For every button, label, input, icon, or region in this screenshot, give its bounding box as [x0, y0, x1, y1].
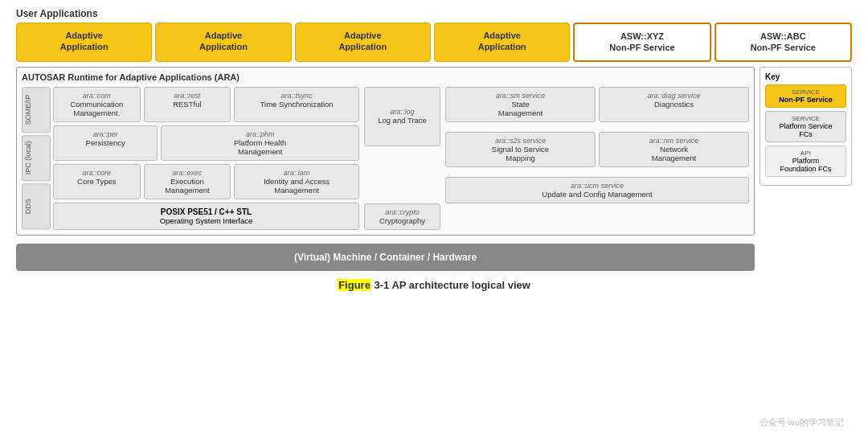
key-title: Key [765, 72, 846, 81]
main-container: User Applications AdaptiveApplication Ad… [16, 8, 852, 291]
caption-rest: 3-1 AP architecture logical view [371, 279, 530, 291]
full-ara-container: AUTOSAR Runtime for Adaptive Application… [16, 67, 852, 276]
user-apps-label: User Applications [16, 8, 852, 19]
ara-row-2: ara::per Persistency ara::phm Platform H… [53, 125, 359, 161]
adaptive-app-4: AdaptiveApplication [434, 23, 570, 62]
right-row-3: ara::ucm service Update and Config Manag… [445, 177, 749, 203]
ara-crypto-box: ara::crypto Cryptography [364, 203, 440, 230]
ara-row-1: ara::com CommunicationManagement. ara::r… [53, 87, 359, 122]
ara-per-box: ara::per Persistency [53, 125, 158, 161]
somip-label: SOME/IP [22, 87, 51, 133]
ara-row-3: ara::core Core Types ara::exec Execution… [53, 164, 359, 199]
ara-title: AUTOSAR Runtime for Adaptive Application… [22, 72, 749, 82]
figure-highlight: Figure [338, 279, 371, 291]
figure-caption: Figure 3-1 AP architecture logical view [16, 279, 852, 291]
user-apps-section: User Applications AdaptiveApplication Ad… [16, 8, 852, 62]
dds-label: DDS [22, 183, 51, 229]
ara-nm-box: ara::nm service NetworkManagement [599, 132, 749, 167]
key-item-3: API PlatformFoundation FCs [765, 146, 846, 177]
ara-ucm-box: ara::ucm service Update and Config Manag… [445, 177, 749, 203]
key-box: Key SERVICE Non-PF Service SERVICE Platf… [760, 67, 852, 186]
col-key: Key SERVICE Non-PF Service SERVICE Platf… [760, 67, 852, 276]
key-gray-box: SERVICE Platform ServiceFCs [765, 111, 846, 142]
asw-xyz-box: ASW::XYZNon-PF Service [573, 23, 710, 62]
user-apps-row: AdaptiveApplication AdaptiveApplication … [16, 23, 852, 62]
adaptive-app-2: AdaptiveApplication [155, 23, 291, 62]
watermark: 公众号·wu的学习笔记 [760, 416, 844, 429]
key-item-1: SERVICE Non-PF Service [765, 84, 846, 108]
key-yellow-box: SERVICE Non-PF Service [765, 84, 846, 108]
right-row-2: ara::s2s service Signal to ServiceMappin… [445, 132, 749, 167]
right-row-1: ara::sm service StateManagement ara::dia… [445, 87, 749, 122]
ara-com-box: ara::com CommunicationManagement. [53, 87, 141, 122]
ara-log-box: ara::log Log and Trace [364, 87, 440, 147]
key-item-2: SERVICE Platform ServiceFCs [765, 111, 846, 142]
col-main: AUTOSAR Runtime for Adaptive Application… [16, 67, 755, 276]
ipc-label: IPC (local) [22, 135, 51, 181]
ara-sm-box: ara::sm service StateManagement [445, 87, 596, 122]
ara-phm-box: ara::phm Platform HealthManagement [161, 125, 359, 161]
posix-row: POSIX PSE51 / C++ STL Operating System I… [53, 203, 359, 230]
ara-tsync-box: ara::tsync Time Synchronization [234, 87, 359, 122]
adaptive-app-1: AdaptiveApplication [16, 23, 152, 62]
asw-abc-box: ASW::ABCNon-PF Service [714, 23, 852, 62]
vm-bar: (Virtual) Machine / Container / Hardware [16, 244, 755, 271]
adaptive-app-3: AdaptiveApplication [295, 23, 431, 62]
ara-exec-box: ara::exec ExecutionManagement [144, 164, 231, 199]
ara-core-box: ara::core Core Types [53, 164, 141, 199]
ara-rest-box: ara::rest RESTful [144, 87, 231, 122]
ara-diag-box: ara::diag service Diagnostics [599, 87, 749, 122]
key-light-box: API PlatformFoundation FCs [765, 146, 846, 177]
ara-section: AUTOSAR Runtime for Adaptive Application… [16, 67, 755, 236]
ara-iam-box: ara::iam Identity and AccessManagement [234, 164, 359, 199]
ara-s2s-box: ara::s2s service Signal to ServiceMappin… [445, 132, 596, 167]
